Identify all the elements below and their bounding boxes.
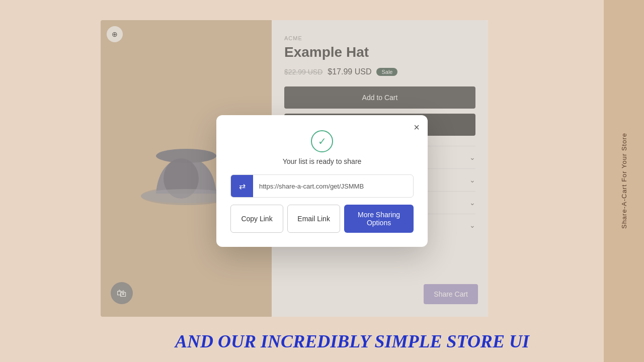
url-display-row: ⇄ [230,174,414,198]
bottom-tagline: And our incredibly simple Store UI [101,331,604,352]
link-icon: ⇄ [231,175,253,197]
success-check-circle: ✓ [311,130,333,152]
right-sidebar: Share-A-Cart For Your Store [604,0,644,362]
chain-icon: ⇄ [239,182,246,191]
modal-ready-text: Your list is ready to share [230,157,414,165]
share-modal: × ✓ Your list is ready to share ⇄ Copy L… [216,115,428,247]
check-icon: ✓ [318,135,327,147]
modal-close-button[interactable]: × [414,122,420,132]
email-link-button[interactable]: Email Link [287,205,340,233]
sidebar-text: Share-A-Cart For Your Store [620,133,628,229]
share-url-input[interactable] [253,183,413,190]
modal-action-buttons: Copy Link Email Link More Sharing Option… [230,205,414,233]
more-sharing-button[interactable]: More Sharing Options [344,205,414,233]
copy-link-button[interactable]: Copy Link [230,205,283,233]
